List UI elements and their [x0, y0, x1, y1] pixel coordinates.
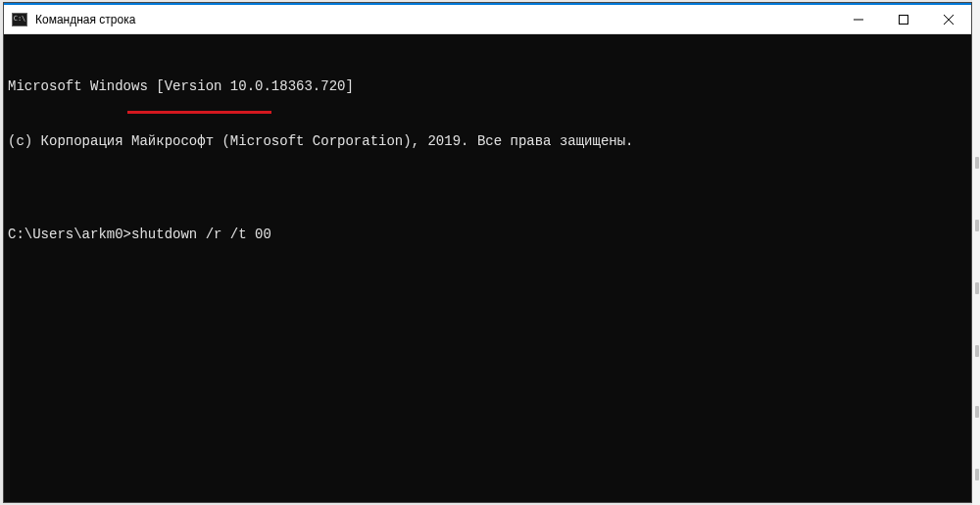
app-icon: C:\ [12, 13, 27, 26]
terminal-line: (c) Корпорация Майкрософт (Microsoft Cor… [8, 132, 967, 151]
command-prompt-window: C:\ Командная строка Microsoft [3, 2, 972, 503]
command-underline-annotation [127, 111, 271, 114]
scroll-mark [975, 220, 979, 231]
scroll-mark [975, 282, 979, 294]
titlebar[interactable]: C:\ Командная строка [4, 5, 971, 34]
window-title: Командная строка [35, 13, 836, 26]
scroll-mark [975, 157, 979, 169]
maximize-button[interactable] [881, 5, 926, 33]
terminal-line: Microsoft Windows [Version 10.0.18363.72… [8, 77, 967, 96]
scroll-mark [975, 469, 979, 480]
minimize-button[interactable] [836, 5, 881, 33]
maximize-icon [899, 15, 908, 25]
close-icon [944, 15, 954, 25]
window-controls [836, 5, 971, 33]
close-button[interactable] [926, 5, 971, 33]
svg-rect-1 [900, 15, 908, 24]
minimize-icon [854, 15, 863, 25]
terminal-output[interactable]: Microsoft Windows [Version 10.0.18363.72… [4, 34, 971, 502]
app-icon-glyph: C:\ [14, 16, 26, 23]
terminal-prompt-line: C:\Users\arkm0>shutdown /r /t 00 [8, 226, 967, 244]
page-right-edge [972, 0, 980, 505]
scroll-mark [975, 345, 979, 357]
scroll-mark [975, 406, 979, 418]
